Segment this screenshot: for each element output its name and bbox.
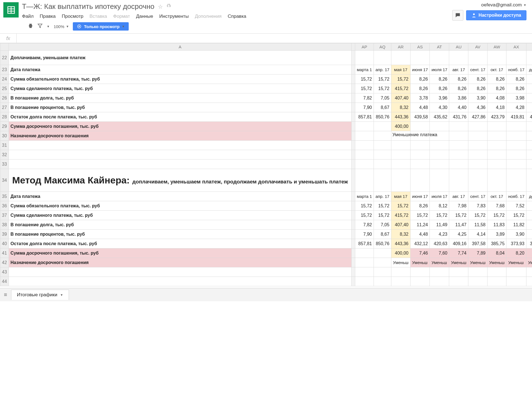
cell[interactable]: 4,25: [449, 230, 468, 239]
row-header[interactable]: 23: [0, 65, 9, 74]
cell[interactable]: [487, 150, 506, 160]
cell[interactable]: Дата платежа: [9, 65, 351, 74]
cell[interactable]: [355, 248, 374, 258]
cell[interactable]: 4,18: [487, 103, 506, 112]
cell[interactable]: 419,81: [506, 112, 526, 122]
cell[interactable]: Сумма досрочного погашения, тыс. руб: [9, 248, 351, 258]
cell[interactable]: 8,26: [506, 84, 526, 93]
cell[interactable]: [468, 160, 488, 169]
cell[interactable]: 7,82: [355, 93, 374, 103]
cell[interactable]: 3,66: [526, 230, 532, 239]
cell[interactable]: июня 17: [410, 65, 430, 74]
cell[interactable]: [351, 122, 355, 131]
cell[interactable]: [374, 51, 391, 65]
cell[interactable]: [351, 192, 355, 201]
cell[interactable]: сент. 17: [468, 192, 488, 201]
row-header[interactable]: 30: [0, 131, 9, 141]
row-header[interactable]: 35: [0, 192, 9, 201]
cell[interactable]: [374, 141, 391, 150]
cell[interactable]: 15,72: [374, 84, 391, 93]
cell[interactable]: [351, 160, 355, 169]
cell[interactable]: марта 1: [355, 192, 374, 201]
cell[interactable]: Уменьш: [506, 258, 526, 267]
cell[interactable]: 385,75: [487, 239, 506, 248]
cell[interactable]: 3,90: [468, 93, 488, 103]
cell[interactable]: 15,72: [430, 211, 449, 220]
doc-title[interactable]: Т—Ж: Как выплатить ипотеку досрочно ☆: [22, 2, 452, 11]
cell[interactable]: [468, 141, 488, 150]
cell[interactable]: 4,23: [430, 230, 449, 239]
cell[interactable]: 3,96: [430, 93, 449, 103]
cell[interactable]: Назначение досрочного погашения: [9, 131, 351, 141]
cell[interactable]: 8,12: [430, 201, 449, 211]
cell[interactable]: [355, 277, 374, 286]
cell[interactable]: нояб. 17: [506, 65, 526, 74]
column-header[interactable]: AQ: [374, 43, 391, 51]
cell[interactable]: [410, 169, 430, 192]
row-header[interactable]: 27: [0, 103, 9, 112]
all-sheets-icon[interactable]: ≡: [4, 292, 7, 298]
cell[interactable]: 7,90: [355, 230, 374, 239]
cell[interactable]: [391, 141, 410, 150]
cell[interactable]: 8,32: [391, 230, 410, 239]
cell[interactable]: 4,36: [468, 103, 488, 112]
cell[interactable]: 400,00: [391, 248, 410, 258]
cell[interactable]: [468, 277, 488, 286]
cell[interactable]: 3,86: [449, 93, 468, 103]
cell[interactable]: апр. 17: [374, 65, 391, 74]
cell[interactable]: 857,81: [355, 112, 374, 122]
cell[interactable]: 15,72: [355, 84, 374, 93]
cell[interactable]: 15,72: [391, 74, 410, 84]
cell[interactable]: [351, 258, 355, 267]
cell[interactable]: [351, 239, 355, 248]
cell[interactable]: [9, 277, 351, 286]
cell[interactable]: [468, 51, 488, 65]
cell[interactable]: 415,72: [391, 211, 410, 220]
row-header[interactable]: 37: [0, 211, 9, 220]
cell[interactable]: [449, 160, 468, 169]
cell[interactable]: 15,72: [374, 211, 391, 220]
star-icon[interactable]: ☆: [158, 3, 163, 10]
cell[interactable]: апр. 17: [374, 192, 391, 201]
cell[interactable]: [526, 277, 532, 286]
cell[interactable]: 7,05: [374, 93, 391, 103]
cell[interactable]: окт. 17: [487, 65, 506, 74]
cell[interactable]: Уменьш: [430, 258, 449, 267]
cell[interactable]: [468, 131, 488, 141]
cell[interactable]: [374, 150, 391, 160]
cell[interactable]: 8,26: [468, 84, 488, 93]
cell[interactable]: [487, 141, 506, 150]
cell[interactable]: 373,93: [506, 239, 526, 248]
cell[interactable]: [430, 51, 449, 65]
print-icon[interactable]: [28, 23, 33, 30]
cell[interactable]: [355, 169, 374, 192]
cell[interactable]: 439,58: [410, 112, 430, 122]
cell[interactable]: 8,26: [410, 201, 430, 211]
cell[interactable]: июля 17: [430, 65, 449, 74]
cell[interactable]: 15,72: [374, 74, 391, 84]
cell[interactable]: [351, 248, 355, 258]
row-header[interactable]: 41: [0, 248, 9, 258]
cell[interactable]: [391, 150, 410, 160]
menu-file[interactable]: Файл: [22, 14, 34, 19]
cell[interactable]: 7,46: [410, 248, 430, 258]
cell[interactable]: [468, 169, 488, 192]
column-header[interactable]: [0, 43, 9, 51]
row-header[interactable]: 38: [0, 220, 9, 230]
row-header[interactable]: 28: [0, 112, 9, 122]
cell[interactable]: [526, 122, 532, 131]
cell[interactable]: 11,83: [487, 220, 506, 230]
cell[interactable]: 397,58: [468, 239, 488, 248]
column-header[interactable]: AU: [449, 43, 468, 51]
cell[interactable]: 15,72: [391, 201, 410, 211]
cell[interactable]: [351, 267, 355, 277]
cell[interactable]: [410, 51, 430, 65]
cell[interactable]: [374, 267, 391, 277]
column-header[interactable]: AY: [526, 43, 532, 51]
cell[interactable]: Уменьш: [410, 258, 430, 267]
cell[interactable]: [391, 169, 410, 192]
cell[interactable]: авг. 17: [449, 192, 468, 201]
cell[interactable]: [468, 150, 488, 160]
cell[interactable]: [410, 122, 430, 131]
cell[interactable]: [391, 51, 410, 65]
